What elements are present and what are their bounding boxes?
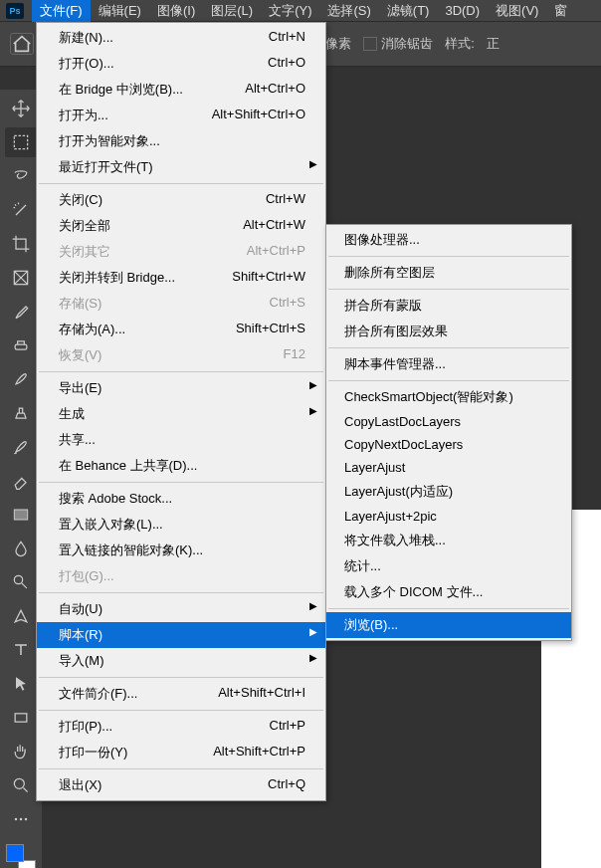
zoom-tool[interactable] [5, 770, 37, 800]
menu-edit[interactable]: 编辑(E) [91, 0, 149, 22]
menu-item-shortcut: Ctrl+O [268, 55, 305, 73]
pen-tool[interactable] [5, 601, 37, 631]
eyedropper-tool[interactable] [5, 297, 37, 326]
svg-point-7 [15, 818, 18, 821]
file-menu-item[interactable]: 导出(E) [37, 375, 325, 401]
menu-item-shortcut: Alt+Shift+Ctrl+I [218, 685, 305, 703]
magic-wand-tool[interactable] [5, 195, 37, 225]
scripts-menu-item[interactable]: CheckSmartObject(智能对象) [326, 384, 571, 410]
menu-filter[interactable]: 滤镜(T) [379, 0, 438, 22]
file-menu-item[interactable]: 置入嵌入对象(L)... [37, 512, 325, 538]
svg-point-8 [20, 818, 23, 821]
rectangle-tool[interactable] [5, 703, 37, 733]
menu-separator [39, 710, 323, 711]
scripts-menu-item[interactable]: 统计... [326, 553, 571, 579]
brush-tool[interactable] [5, 364, 37, 394]
top-menubar: Ps 文件(F) 编辑(E) 图像(I) 图层(L) 文字(Y) 选择(S) 滤… [0, 0, 601, 22]
scripts-menu-item[interactable]: 将文件载入堆栈... [326, 528, 571, 553]
clone-stamp-tool[interactable] [5, 398, 37, 428]
frame-tool[interactable] [5, 263, 37, 293]
scripts-menu-item[interactable]: 载入多个 DICOM 文件... [326, 579, 571, 605]
file-menu-item[interactable]: 退出(X)Ctrl+Q [37, 772, 325, 798]
anti-alias-checkbox[interactable] [363, 37, 377, 51]
file-menu-item[interactable]: 新建(N)...Ctrl+N [37, 25, 325, 51]
menu-file[interactable]: 文件(F) [32, 0, 91, 22]
menu-item-label: 存储为(A)... [59, 321, 125, 338]
type-tool[interactable] [5, 635, 37, 665]
file-menu-item[interactable]: 在 Behance 上共享(D)... [37, 453, 325, 479]
scripts-menu-item[interactable]: 浏览(B)... [326, 612, 571, 638]
file-menu-item[interactable]: 搜索 Adobe Stock... [37, 486, 325, 512]
menu-item-shortcut: Alt+Ctrl+P [247, 243, 305, 261]
menu-layer[interactable]: 图层(L) [203, 0, 261, 22]
menu-select[interactable]: 选择(S) [319, 0, 378, 22]
crop-tool[interactable] [5, 229, 37, 259]
menu-separator [328, 347, 569, 348]
blur-tool[interactable] [5, 534, 37, 563]
dodge-tool[interactable] [5, 567, 37, 597]
file-menu-item[interactable]: 关闭全部Alt+Ctrl+W [37, 213, 325, 239]
menu-item-label: 恢复(V) [59, 346, 101, 364]
foreground-swatch[interactable] [6, 844, 24, 862]
ellipsis-icon[interactable] [5, 804, 37, 834]
menu-separator [328, 608, 569, 609]
history-brush-tool[interactable] [5, 432, 37, 462]
eraser-tool[interactable] [5, 466, 37, 496]
file-menu-item[interactable]: 打开为智能对象... [37, 128, 325, 154]
hand-tool[interactable] [5, 737, 37, 766]
file-menu-item[interactable]: 打开为...Alt+Shift+Ctrl+O [37, 103, 325, 128]
scripts-menu-item[interactable]: 拼合所有蒙版 [326, 293, 571, 319]
gradient-tool[interactable] [5, 500, 37, 530]
color-swatches[interactable] [6, 844, 36, 868]
file-menu-item[interactable]: 最近打开文件(T) [37, 154, 325, 180]
scripts-menu-item[interactable]: CopyLastDocLayers [326, 410, 571, 433]
menu-image[interactable]: 图像(I) [149, 0, 203, 22]
file-menu-item[interactable]: 在 Bridge 中浏览(B)...Alt+Ctrl+O [37, 77, 325, 103]
scripts-menu-item[interactable]: 拼合所有图层效果 [326, 319, 571, 344]
menu-item-label: 打开为... [59, 107, 108, 124]
scripts-menu-item[interactable]: CopyNextDocLayers [326, 433, 571, 456]
menu-3d[interactable]: 3D(D) [437, 1, 488, 20]
menu-item-shortcut: F12 [284, 346, 305, 364]
file-menu-item[interactable]: 共享... [37, 427, 325, 453]
menu-item-shortcut: Ctrl+S [270, 295, 305, 313]
file-menu-item[interactable]: 置入链接的智能对象(K)... [37, 538, 325, 563]
lasso-tool[interactable] [5, 161, 37, 191]
menu-item-shortcut: Ctrl+W [266, 191, 305, 209]
menu-separator [39, 183, 323, 184]
menu-item-label: 关闭全部 [59, 217, 110, 235]
scripts-menu-item[interactable]: 脚本事件管理器... [326, 351, 571, 377]
file-menu-item[interactable]: 脚本(R) [37, 622, 325, 648]
menu-type[interactable]: 文字(Y) [261, 0, 319, 22]
file-menu-item[interactable]: 自动(U) [37, 596, 325, 622]
svg-rect-2 [15, 344, 27, 349]
file-menu-item[interactable]: 生成 [37, 401, 325, 427]
move-tool[interactable] [5, 94, 37, 123]
marquee-tool[interactable] [5, 127, 37, 157]
menu-view[interactable]: 视图(V) [488, 0, 546, 22]
svg-rect-3 [14, 510, 27, 520]
menu-item-label: 关闭并转到 Bridge... [59, 269, 175, 287]
file-menu-item[interactable]: 文件简介(F)...Alt+Shift+Ctrl+I [37, 681, 325, 707]
file-menu-item[interactable]: 存储为(A)...Shift+Ctrl+S [37, 317, 325, 342]
scripts-menu-item[interactable]: 图像处理器... [326, 227, 571, 253]
file-menu-item[interactable]: 关闭并转到 Bridge...Shift+Ctrl+W [37, 265, 325, 291]
svg-point-6 [14, 778, 24, 788]
menu-item-label: 搜索 Adobe Stock... [59, 490, 172, 508]
file-menu-item[interactable]: 打印一份(Y)Alt+Shift+Ctrl+P [37, 740, 325, 765]
healing-brush-tool[interactable] [5, 330, 37, 360]
menu-window[interactable]: 窗 [546, 0, 575, 22]
menu-item-label: 置入链接的智能对象(K)... [59, 542, 203, 559]
menu-item-label: 打开(O)... [59, 55, 114, 73]
file-menu-item[interactable]: 导入(M) [37, 648, 325, 674]
path-selection-tool[interactable] [5, 669, 37, 699]
scripts-menu-item[interactable]: LayerAjust+2pic [326, 505, 571, 528]
svg-rect-5 [15, 714, 27, 722]
file-menu-item[interactable]: 关闭(C)Ctrl+W [37, 187, 325, 213]
file-menu-item[interactable]: 打印(P)...Ctrl+P [37, 714, 325, 740]
scripts-menu-item[interactable]: LayerAjust [326, 456, 571, 479]
scripts-menu-item[interactable]: 删除所有空图层 [326, 260, 571, 286]
home-button[interactable] [10, 33, 34, 55]
file-menu-item[interactable]: 打开(O)...Ctrl+O [37, 51, 325, 77]
scripts-menu-item[interactable]: LayerAjust(内适应) [326, 479, 571, 505]
